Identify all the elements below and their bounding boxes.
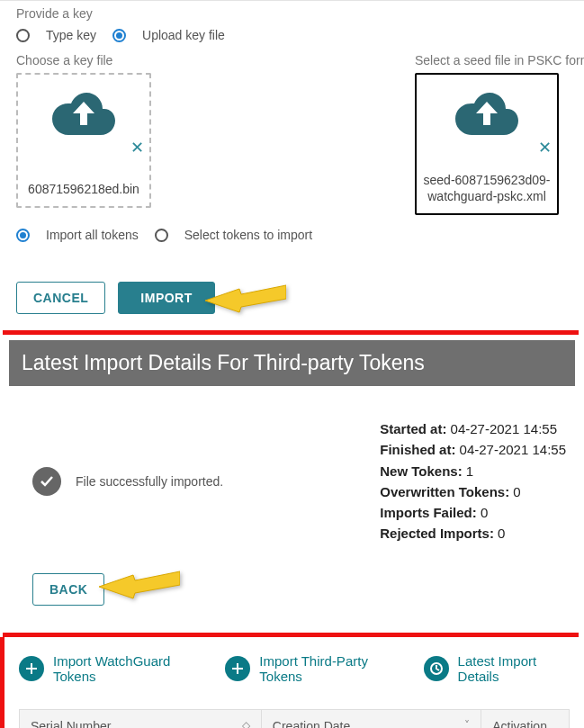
provide-key-title: Provide a key <box>16 6 568 21</box>
choose-key-file-label: Choose a key file <box>16 53 160 67</box>
pointer-arrow-icon <box>99 562 180 607</box>
seed-file-label: Select a seed file in PSKC format <box>415 53 568 67</box>
upload-key-file-label[interactable]: Upload key file <box>142 28 225 42</box>
chevron-down-icon: ˅ <box>464 719 470 729</box>
key-file-name: 60871596218ed.bin <box>28 181 139 197</box>
cloud-upload-icon <box>455 89 518 139</box>
upload-key-file-radio[interactable] <box>112 29 126 42</box>
cloud-upload-icon <box>52 89 115 139</box>
type-key-label[interactable]: Type key <box>46 28 96 42</box>
col-creation-date[interactable]: Creation Date˅ <box>261 709 481 728</box>
clock-icon <box>424 656 449 681</box>
sort-icon: ◇ <box>242 719 250 729</box>
import-stats: Started at: 04-27-2021 14:55 Finished at… <box>380 418 566 544</box>
seed-file-name: seed-6087159623d09-watchguard-pskc.xml <box>422 172 552 204</box>
success-message: File successfully imported. <box>76 474 223 489</box>
import-all-radio[interactable] <box>16 229 30 242</box>
section-divider <box>3 330 579 335</box>
remove-key-file-icon[interactable]: ✕ <box>130 138 144 157</box>
select-tokens-label[interactable]: Select tokens to import <box>184 228 312 242</box>
select-tokens-radio[interactable] <box>155 229 168 242</box>
import-thirdparty-tokens-button[interactable]: Import Third-Party Tokens <box>225 653 400 684</box>
latest-import-details-button[interactable]: Latest Import Details <box>424 653 570 684</box>
remove-seed-file-icon[interactable]: ✕ <box>538 138 552 157</box>
plus-icon <box>225 656 250 681</box>
cancel-button[interactable]: CANCEL <box>16 282 105 314</box>
import-all-label[interactable]: Import all tokens <box>46 228 139 242</box>
import-mode-radio-group: Import all tokens Select tokens to impor… <box>16 228 568 242</box>
back-button[interactable]: BACK <box>32 573 104 606</box>
type-key-radio[interactable] <box>16 29 30 42</box>
details-header: Latest Import Details For Third-party To… <box>9 340 575 386</box>
svg-marker-1 <box>99 571 180 598</box>
col-serial-number[interactable]: Serial Number◇ <box>20 709 262 728</box>
import-button[interactable]: IMPORT <box>118 282 214 314</box>
col-activation[interactable]: Activation <box>481 709 570 728</box>
success-check-icon <box>32 467 61 496</box>
pointer-arrow-icon <box>205 276 286 321</box>
key-source-radio-group: Type key Upload key file <box>16 28 568 42</box>
import-watchguard-tokens-button[interactable]: Import WatchGuard Tokens <box>19 653 202 684</box>
seed-file-dropzone[interactable]: ✕ seed-6087159623d09-watchguard-pskc.xml <box>415 73 559 215</box>
plus-icon <box>19 656 44 681</box>
tokens-table: Serial Number◇ Creation Date˅ Activation… <box>19 709 570 729</box>
key-file-dropzone[interactable]: ✕ 60871596218ed.bin <box>16 73 151 208</box>
svg-marker-0 <box>205 285 286 312</box>
